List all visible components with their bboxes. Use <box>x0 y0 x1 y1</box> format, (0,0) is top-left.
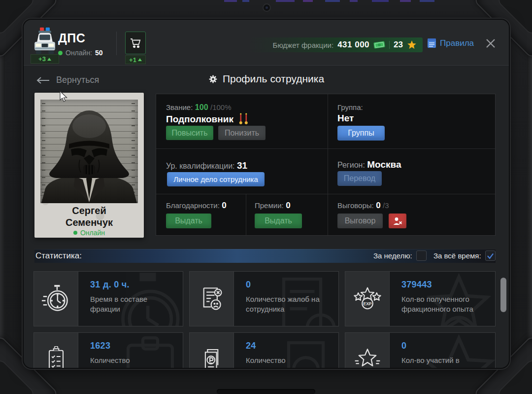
gear-icon <box>208 74 218 84</box>
alltime-label: За всё время: <box>433 251 481 260</box>
online-dot-icon <box>73 231 77 235</box>
give-bonus-button[interactable]: Выдать <box>255 214 302 228</box>
transfer-button[interactable]: Перевод <box>337 171 382 186</box>
frame-speaker <box>217 389 315 394</box>
exp-stars-icon: EXP <box>345 272 390 326</box>
top-glitch-decoration <box>224 0 237 2</box>
bonus-label: Премии: <box>255 201 284 210</box>
up-arrow-icon <box>138 58 142 61</box>
members-change-badge: +3 <box>31 54 59 64</box>
star-icon <box>407 40 417 50</box>
stat-label: Кол-во полученного фракционного опыта <box>401 294 475 314</box>
stat-card-time: 31 д. 0 ч. Время в составе фракции <box>33 271 183 326</box>
stat-value: 0 <box>246 280 251 290</box>
reprimand-max: /3 <box>383 201 389 210</box>
bonus-value: 0 <box>286 201 290 210</box>
darth-vader-figure <box>40 105 138 203</box>
fire-employee-button[interactable] <box>389 214 406 228</box>
top-glitch-decoration <box>325 0 340 2</box>
top-glitch-decoration <box>372 0 389 2</box>
up-arrow-icon <box>47 58 51 61</box>
filter-alltime: За всё время: <box>433 251 496 261</box>
top-glitch-decoration <box>242 0 249 2</box>
promote-button[interactable]: Повысить <box>166 126 213 140</box>
stat-value: 24 <box>246 341 256 351</box>
top-glitch-decoration <box>420 0 434 2</box>
demote-button[interactable]: Понизить <box>218 126 266 140</box>
medal-icons <box>238 113 249 126</box>
online-label: Онлайн: <box>66 49 92 57</box>
shop-cart-button[interactable] <box>125 32 146 54</box>
employee-details-panel: Звание: 100 /100% Подполковник Повысить … <box>156 94 496 236</box>
camera-dot <box>263 3 271 12</box>
week-label: За неделю: <box>373 251 412 260</box>
close-button[interactable] <box>484 36 498 50</box>
stat-value: 379443 <box>401 280 432 290</box>
page-title: Профиль сотрудника <box>24 73 509 85</box>
frame-edge-left <box>0 44 5 350</box>
checklist-clipboard-icon <box>34 333 78 368</box>
region-label: Регион: <box>337 161 365 169</box>
stat-value: 31 д. 0 ч. <box>90 280 130 290</box>
scrollbar-thumb[interactable] <box>500 278 506 312</box>
group-value: Нет <box>337 113 354 124</box>
reprimand-button[interactable]: Выговор <box>337 214 383 228</box>
rules-button[interactable]: Правила <box>428 38 474 48</box>
top-glitch-decoration <box>303 0 313 2</box>
faction-logo-police-car-icon[interactable] <box>31 27 59 55</box>
stat-value: 0 <box>401 341 406 351</box>
week-checkbox[interactable] <box>416 251 427 261</box>
top-glitch-decoration <box>350 0 358 2</box>
personal-file-button[interactable]: Личное дело сотрудника <box>167 172 265 186</box>
stat-label: Кол-во участий в <box>401 356 475 365</box>
reprimand-label: Выговоры: <box>337 201 374 210</box>
cart-icon <box>130 37 141 49</box>
stat-card-exp: EXP 379443 Кол-во полученного фракционно… <box>345 271 496 326</box>
star-participation-icon <box>345 333 390 368</box>
stopwatch-icon <box>34 272 78 326</box>
online-dot-icon <box>58 51 63 55</box>
stat-label: Количество <box>246 356 320 365</box>
employee-online-status: Онлайн <box>34 229 144 237</box>
header-divider <box>116 32 117 55</box>
alltime-checkbox[interactable] <box>485 251 496 261</box>
svg-text:EXP: EXP <box>363 301 371 306</box>
faction-name: ДПС <box>58 31 85 45</box>
qualification-value: 31 <box>237 160 247 171</box>
region-value: Москва <box>367 159 401 170</box>
employee-first-name: Сергей <box>34 205 144 216</box>
frame-edge-right <box>527 44 532 350</box>
online-count: 50 <box>95 49 103 57</box>
rank-name: Подполковник <box>166 114 233 125</box>
stat-label: Время в составе фракции <box>90 294 164 314</box>
stat-label: Количество <box>90 356 164 365</box>
stat-card-events: 0 Кол-во участий в <box>345 332 496 368</box>
budget-divider <box>389 41 390 49</box>
thanks-value: 0 <box>222 201 226 210</box>
stat-card-complaints: 0 Количество жалоб на сотрудника <box>189 271 339 326</box>
ruble-report-icon <box>190 333 234 368</box>
complaints-doc-icon <box>190 272 234 326</box>
online-status: Онлайн: 50 <box>58 49 103 57</box>
employee-mugshot <box>40 100 138 203</box>
app-window: +3 ДПС Онлайн: 50 +1 Бюджет фракции: 431… <box>24 20 509 368</box>
stat-card-fines: 24 Количество <box>189 332 339 368</box>
thanks-label: Благодарности: <box>166 201 220 210</box>
give-thanks-button[interactable]: Выдать <box>166 214 211 228</box>
budget-label: Бюджет фракции: <box>273 41 334 49</box>
group-label: Группа: <box>337 103 363 111</box>
money-icon <box>373 40 386 49</box>
stat-card-tasks: 1623 Количество <box>33 332 183 368</box>
faction-budget: Бюджет фракции: 431 000 23 <box>249 37 423 52</box>
top-glitch-decoration <box>276 0 295 2</box>
stars-value: 23 <box>394 40 403 50</box>
rules-book-icon <box>428 38 436 48</box>
groups-button[interactable]: Группы <box>337 126 385 141</box>
stat-value: 1623 <box>90 341 110 351</box>
budget-value: 431 000 <box>337 40 369 50</box>
rules-label: Правила <box>440 38 474 48</box>
qualification-label: Ур. квалификации: <box>166 162 235 170</box>
employee-last-name: Семенчук <box>34 217 144 228</box>
employee-photo-card: Сергей Семенчук Онлайн <box>34 93 144 238</box>
cart-change-badge: +1 <box>125 55 146 64</box>
